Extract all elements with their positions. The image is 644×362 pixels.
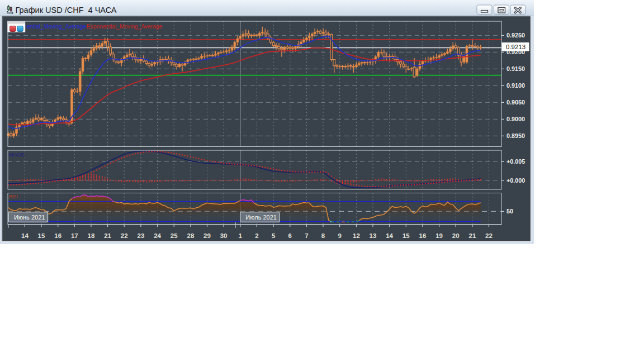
svg-text:15: 15 <box>402 232 410 239</box>
svg-text:8: 8 <box>321 232 325 239</box>
svg-text:2: 2 <box>255 232 258 239</box>
svg-text:20: 20 <box>452 232 460 239</box>
svg-text:9: 9 <box>338 232 341 239</box>
svg-text:MACD: MACD <box>9 151 25 158</box>
svg-text:0.9150: 0.9150 <box>506 65 525 72</box>
svg-text:21: 21 <box>104 232 111 239</box>
svg-text:12: 12 <box>353 232 360 239</box>
svg-text:7: 7 <box>305 232 308 239</box>
svg-text:0.9050: 0.9050 <box>506 99 525 106</box>
svg-text:21: 21 <box>469 232 476 239</box>
svg-text:17: 17 <box>71 232 78 239</box>
svg-text:Июль 2021: Июль 2021 <box>245 214 277 221</box>
svg-text:5: 5 <box>272 232 276 239</box>
svg-text:0.8950: 0.8950 <box>506 132 525 139</box>
svg-text:14: 14 <box>21 232 29 239</box>
svg-text:+0.005: +0.005 <box>506 158 525 165</box>
svg-text:0.9000: 0.9000 <box>506 116 525 122</box>
svg-text:+0.000: +0.000 <box>506 177 525 184</box>
svg-text:24: 24 <box>154 232 161 239</box>
svg-text:0.9250: 0.9250 <box>506 32 525 39</box>
svg-text:Июнь 2021: Июнь 2021 <box>14 214 45 221</box>
svg-text:18: 18 <box>88 232 95 239</box>
svg-text:22: 22 <box>121 232 128 239</box>
svg-text:29: 29 <box>203 232 211 239</box>
svg-text:0.9213: 0.9213 <box>506 44 525 50</box>
svg-text:16: 16 <box>54 232 61 239</box>
svg-text:13: 13 <box>370 232 377 239</box>
svg-text:RSI: RSI <box>9 193 18 199</box>
svg-text:14: 14 <box>386 232 393 239</box>
svg-text:25: 25 <box>171 232 178 239</box>
svg-text:50: 50 <box>506 208 513 215</box>
svg-text:19: 19 <box>435 232 443 239</box>
svg-text:15: 15 <box>38 232 45 239</box>
svg-text:22: 22 <box>485 232 493 239</box>
svg-text:16: 16 <box>419 232 427 239</box>
svg-text:0.9100: 0.9100 <box>506 82 525 89</box>
svg-text:График USD /CHF 4 ЧАСА: График USD /CHF 4 ЧАСА <box>16 6 117 15</box>
svg-text:Exponential_Moving_Average: Exponential_Moving_Average <box>87 23 163 30</box>
svg-text:28: 28 <box>187 232 195 239</box>
svg-text:30: 30 <box>220 232 228 239</box>
svg-text:6: 6 <box>288 232 292 239</box>
svg-text:1: 1 <box>239 232 243 239</box>
svg-text:23: 23 <box>138 232 145 239</box>
